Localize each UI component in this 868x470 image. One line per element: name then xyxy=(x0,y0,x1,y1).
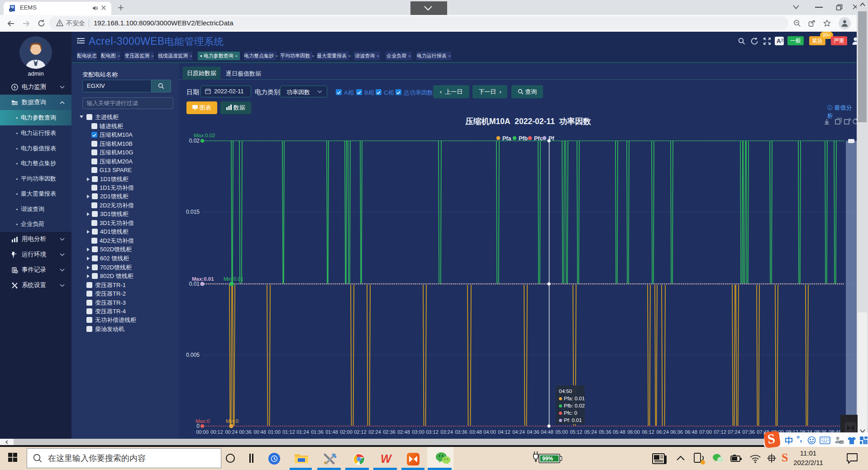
svg-text:03:48: 03:48 xyxy=(469,429,482,435)
svg-text:压缩机M10A 2022-02-11 功率因数: 压缩机M10A 2022-02-11 功率因数 xyxy=(465,117,591,126)
svg-text:03:12: 03:12 xyxy=(426,429,439,435)
svg-text:0.015: 0.015 xyxy=(186,209,200,215)
svg-text:01:48: 01:48 xyxy=(325,429,338,435)
svg-text:00:36: 00:36 xyxy=(239,429,252,435)
svg-text:05:48: 05:48 xyxy=(613,429,625,435)
svg-text:05:12: 05:12 xyxy=(570,429,582,435)
svg-text:Max:0: Max:0 xyxy=(196,418,210,424)
svg-text:01:00: 01:00 xyxy=(268,429,281,435)
svg-text:02:24: 02:24 xyxy=(368,429,381,435)
svg-text:00:12: 00:12 xyxy=(210,429,223,435)
svg-text:18: 18 xyxy=(840,441,843,444)
svg-text:00:48: 00:48 xyxy=(253,429,266,435)
svg-text:99%: 99% xyxy=(542,456,553,462)
svg-text:06:12: 06:12 xyxy=(642,429,654,435)
svg-text:0.02: 0.02 xyxy=(189,138,200,144)
svg-text:06:36: 06:36 xyxy=(670,429,683,435)
svg-text:02:12: 02:12 xyxy=(354,429,367,435)
svg-text:05:36: 05:36 xyxy=(599,429,611,435)
svg-text:04:36: 04:36 xyxy=(527,429,539,435)
svg-text:05:24: 05:24 xyxy=(584,429,597,435)
svg-text:04:24: 04:24 xyxy=(512,429,525,435)
svg-text:07:00: 07:00 xyxy=(699,429,712,435)
svg-text:00:00: 00:00 xyxy=(196,429,209,435)
svg-text:07:24: 07:24 xyxy=(728,429,740,435)
svg-text:01:24: 01:24 xyxy=(296,429,309,435)
svg-text:04:00: 04:00 xyxy=(483,429,496,435)
svg-text:0.005: 0.005 xyxy=(186,352,200,358)
svg-text:Max:0.01: Max:0.01 xyxy=(192,276,214,282)
svg-text:07:36: 07:36 xyxy=(742,429,755,435)
svg-text:01:36: 01:36 xyxy=(311,429,324,435)
svg-text:0.01: 0.01 xyxy=(189,281,200,287)
svg-text:06:48: 06:48 xyxy=(685,429,697,435)
svg-text:03:24: 03:24 xyxy=(440,429,453,435)
svg-text:06:24: 06:24 xyxy=(656,429,669,435)
svg-text:0: 0 xyxy=(196,423,200,429)
svg-text:02:36: 02:36 xyxy=(383,429,396,435)
svg-text:02:48: 02:48 xyxy=(397,429,410,435)
svg-text:00:24: 00:24 xyxy=(225,429,238,435)
svg-text:02:00: 02:00 xyxy=(340,429,353,435)
svg-text:03:36: 03:36 xyxy=(455,429,467,435)
svg-text:04:12: 04:12 xyxy=(498,429,510,435)
svg-text:07:12: 07:12 xyxy=(714,429,726,435)
svg-text:06:00: 06:00 xyxy=(627,429,640,435)
svg-text:04:48: 04:48 xyxy=(541,429,553,435)
svg-text:03:00: 03:00 xyxy=(412,429,424,435)
svg-text:Min:0.01: Min:0.01 xyxy=(224,276,243,282)
svg-text:Min:0: Min:0 xyxy=(226,418,238,424)
svg-text:05:00: 05:00 xyxy=(555,429,568,435)
svg-text:Max:0.02: Max:0.02 xyxy=(194,133,215,138)
svg-text:01:12: 01:12 xyxy=(282,429,295,435)
